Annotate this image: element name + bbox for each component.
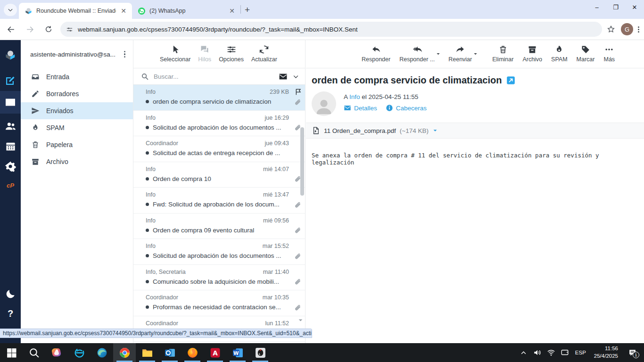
tab-close-icon[interactable]: ✕: [228, 7, 236, 15]
refresh-button[interactable]: Actualizar: [251, 45, 277, 63]
mail-nav-icon[interactable]: [0, 91, 21, 114]
browser-reload-button[interactable]: [41, 21, 57, 37]
message-list-item[interactable]: Info mié 09:56 Orden de compra 09 evento…: [133, 214, 305, 239]
open-in-new-window-icon[interactable]: [506, 76, 515, 85]
details-toggle[interactable]: Detalles: [344, 104, 377, 112]
browser-tab-whatsapp[interactable]: (2) WhatsApp ✕: [132, 3, 240, 19]
folder-item-borradores[interactable]: Borradores: [21, 85, 133, 102]
message-list-item[interactable]: Coordinador jue 09:43 Solicitud de actas…: [133, 136, 305, 162]
bookmark-star-icon[interactable]: [607, 25, 615, 33]
folder-item-entrada[interactable]: Entrada: [21, 68, 133, 85]
help-icon[interactable]: ?: [0, 304, 21, 323]
message-list-item[interactable]: Info, Secretaria mar 11:40 Comunicado so…: [133, 265, 305, 291]
window-minimize-button[interactable]: –: [587, 0, 606, 14]
account-menu-icon[interactable]: [120, 49, 130, 60]
archive-icon: [31, 157, 40, 166]
headers-toggle[interactable]: Cabeceras: [386, 104, 427, 112]
message-list-item[interactable]: Info mié 13:47 Fwd: Solicitud de aprobac…: [133, 188, 305, 214]
clock[interactable]: 11:56 25/4/2025: [591, 345, 621, 360]
volume-icon[interactable]: [532, 348, 543, 357]
message-list-scrollbar[interactable]: [300, 126, 305, 362]
taskbar-ie-icon[interactable]: [68, 343, 91, 362]
taskbar-copilot-icon[interactable]: [45, 343, 68, 362]
tray-chevron-up-icon[interactable]: [519, 349, 529, 356]
browser-forward-button[interactable]: [22, 21, 38, 37]
contacts-nav-icon[interactable]: [0, 116, 21, 135]
message-list-item[interactable]: Info 239 KB orden de compra servicio de …: [133, 85, 305, 111]
window-close-button[interactable]: ✕: [625, 0, 644, 14]
taskbar-explorer-icon[interactable]: [136, 343, 158, 362]
taskbar-chrome-icon[interactable]: [113, 343, 136, 362]
roundcube-logo-icon[interactable]: [0, 46, 21, 65]
more-button[interactable]: Más: [603, 45, 615, 63]
taskbar-start-icon[interactable]: [0, 343, 23, 362]
calendar-nav-icon[interactable]: [0, 137, 21, 156]
pdf-file-icon: [312, 126, 320, 135]
wifi-icon[interactable]: [546, 348, 556, 357]
taskbar-java-app-icon[interactable]: [249, 343, 272, 362]
message-sender: Coordinador: [146, 294, 178, 301]
folder-item-archivo[interactable]: Archivo: [21, 153, 133, 170]
browser-back-button[interactable]: [3, 21, 19, 37]
message-list-item[interactable]: Coordinador mar 10:35 Proformas de neces…: [133, 290, 305, 316]
folder-item-spam[interactable]: SPAM: [21, 119, 133, 136]
reply-all-caret-icon[interactable]: [436, 51, 441, 57]
spam-button[interactable]: SPAM: [551, 45, 568, 63]
site-settings-icon[interactable]: [66, 26, 73, 33]
attachment-name[interactable]: 11 Orden_de_compra.pdf: [324, 127, 396, 134]
windows-taskbar: ESP 11:56 25/4/2025 1: [0, 343, 644, 362]
browser-profile-avatar[interactable]: G: [621, 23, 633, 35]
forward-button[interactable]: Reenviar: [448, 45, 472, 63]
search-input[interactable]: [154, 73, 274, 80]
taskbar-firefox-icon[interactable]: [181, 343, 204, 362]
scrollbar-thumb[interactable]: [300, 127, 304, 196]
search-options-chevron-icon[interactable]: [292, 73, 299, 80]
forward-caret-icon[interactable]: [473, 51, 478, 57]
message-sender: Info: [146, 191, 156, 198]
message-meta: mar 11:40: [263, 269, 289, 275]
notification-center-icon[interactable]: 1: [624, 348, 640, 357]
archive-button[interactable]: Archivo: [522, 45, 542, 63]
message-list-item[interactable]: Info jue 16:29 Solicitud de aprobación d…: [133, 111, 305, 137]
browser-status-bar: https://webmail.sanjuan.gob.ec/cpsess730…: [0, 329, 312, 338]
taskbar-edge-icon[interactable]: [91, 343, 113, 362]
taskbar-acrobat-icon[interactable]: [204, 343, 226, 362]
touch-keyboard-icon[interactable]: [560, 348, 570, 357]
attachment-bar[interactable]: 11 Orden_de_compra.pdf (~174 KB): [306, 123, 644, 139]
attachment-menu-caret-icon[interactable]: [432, 128, 438, 133]
new-tab-button[interactable]: +: [245, 5, 250, 15]
app-rail: cP ?: [0, 40, 21, 343]
mark-button[interactable]: Marcar: [577, 45, 595, 63]
dark-mode-icon[interactable]: [0, 284, 21, 303]
message-list-item[interactable]: Info mié 14:07 Orden de compra 10: [133, 162, 305, 188]
tab-separator: [240, 5, 241, 14]
taskbar-word-icon[interactable]: [226, 343, 249, 362]
options-button[interactable]: Opciones: [219, 45, 244, 63]
threads-button[interactable]: Hilos: [198, 45, 211, 63]
roundcube-favicon: [25, 7, 33, 15]
recipient-link[interactable]: Info: [349, 93, 360, 100]
reply-button[interactable]: Responder: [362, 45, 390, 63]
compose-icon[interactable]: [0, 71, 21, 90]
tab-close-icon[interactable]: ✕: [120, 7, 127, 15]
search-scope-mail-icon[interactable]: [279, 72, 288, 81]
browser-tab-roundcube[interactable]: Roundcube Webmail :: Enviados ✕: [19, 3, 132, 19]
language-indicator[interactable]: ESP: [573, 350, 588, 355]
message-meta: mié 14:07: [263, 166, 289, 173]
settings-nav-icon[interactable]: [0, 157, 21, 176]
taskbar-search-icon[interactable]: [23, 343, 45, 362]
window-restore-button[interactable]: ❐: [606, 0, 625, 14]
taskbar-outlook-icon[interactable]: [158, 343, 181, 362]
folder-item-papelera[interactable]: Papelera: [21, 136, 133, 153]
address-bar[interactable]: webmail.sanjuan.gob.ec/cpsess7300744950/…: [60, 22, 602, 37]
delete-button[interactable]: Eliminar: [492, 45, 513, 63]
reply-all-button[interactable]: Responder ...: [399, 45, 435, 63]
message-list-item[interactable]: Info mar 15:52 Solicitud de aprobación d…: [133, 239, 305, 265]
folder-item-enviados[interactable]: Enviados: [21, 102, 133, 119]
scroll-down-arrow-icon[interactable]: [297, 317, 304, 323]
flag-icon[interactable]: [295, 88, 302, 96]
select-button[interactable]: Seleccionar: [160, 45, 190, 63]
cpanel-icon[interactable]: cP: [0, 176, 21, 195]
browser-menu-icon[interactable]: [638, 26, 639, 33]
tab-list-chevron[interactable]: [4, 4, 17, 16]
